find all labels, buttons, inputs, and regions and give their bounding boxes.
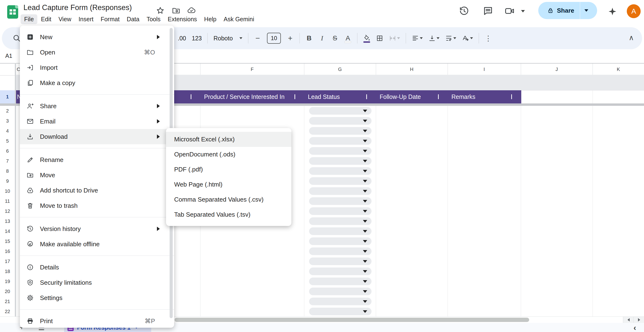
gemini-spark-icon[interactable] — [608, 7, 617, 16]
row-header-2[interactable]: 2 — [0, 106, 15, 116]
lead-status-dropdown-row-7[interactable] — [309, 157, 372, 165]
menu-item-open[interactable]: Open⌘O — [20, 45, 174, 60]
lead-status-dropdown-row-10[interactable] — [309, 187, 372, 195]
vertical-align-button[interactable] — [428, 35, 440, 42]
lead-status-dropdown-row-11[interactable] — [309, 197, 372, 205]
lead-status-dropdown-row-14[interactable] — [309, 227, 372, 235]
row-header-4[interactable]: 4 — [0, 126, 15, 136]
version-history-icon[interactable] — [459, 6, 469, 16]
chevron-down-icon[interactable] — [366, 94, 367, 99]
avatar[interactable]: A — [627, 4, 641, 18]
horizontal-align-button[interactable] — [412, 35, 423, 42]
menu-item-make-a-copy[interactable]: Make a copy — [20, 75, 174, 91]
share-caret-icon[interactable] — [584, 9, 588, 12]
row-header-11[interactable]: 11 — [0, 196, 15, 206]
download-option-opendocument-ods[interactable]: OpenDocument (.ods) — [166, 147, 292, 162]
chevron-down-icon[interactable] — [438, 94, 439, 99]
scroll-right-button[interactable] — [634, 317, 644, 323]
row-header-17[interactable]: 17 — [0, 256, 15, 267]
lead-status-dropdown-row-13[interactable] — [309, 217, 372, 225]
download-option-web-page-html[interactable]: Web Page (.html) — [166, 177, 292, 192]
more-toolbar-icon[interactable]: ⋮ — [485, 34, 492, 42]
menu-item-make-available-offline[interactable]: Make available offline — [20, 236, 174, 252]
menubar-item-insert[interactable]: Insert — [75, 14, 97, 24]
lead-status-dropdown-row-16[interactable] — [309, 247, 372, 255]
lead-status-dropdown-row-19[interactable] — [309, 278, 372, 285]
menu-item-move[interactable]: Move — [20, 167, 174, 183]
lead-status-dropdown-row-21[interactable] — [309, 298, 372, 305]
borders-icon[interactable] — [376, 35, 383, 42]
row-header-18[interactable]: 18 — [0, 266, 15, 277]
chevron-down-icon[interactable] — [511, 94, 512, 99]
menu-item-settings[interactable]: Settings — [20, 290, 174, 306]
fill-color-button[interactable] — [363, 35, 370, 42]
font-select[interactable]: Roboto — [214, 35, 242, 42]
menu-item-move-to-trash[interactable]: Move to trash — [20, 198, 174, 213]
menu-item-details[interactable]: Details — [20, 260, 174, 275]
column-header-K[interactable]: K — [592, 64, 644, 75]
row-header-1[interactable]: 1 — [0, 90, 15, 103]
lead-status-dropdown-row-6[interactable] — [309, 147, 372, 155]
lead-status-dropdown-row-5[interactable] — [309, 137, 372, 145]
decrease-decimal-icon[interactable]: .00 — [178, 35, 186, 42]
row-header-13[interactable]: 13 — [0, 216, 15, 226]
download-option-pdf-pdf[interactable]: PDF (.pdf) — [166, 162, 292, 177]
chevron-down-icon[interactable] — [191, 94, 192, 99]
menubar-item-view[interactable]: View — [55, 14, 75, 24]
row-header-22[interactable]: 22 — [0, 307, 15, 317]
menubar-item-format[interactable]: Format — [97, 14, 123, 24]
row-header-9[interactable]: 9 — [0, 176, 15, 186]
lead-status-dropdown-row-12[interactable] — [309, 207, 372, 215]
share-button[interactable]: Share — [538, 2, 597, 19]
menubar-item-tools[interactable]: Tools — [143, 14, 164, 24]
menu-item-add-shortcut-to-drive[interactable]: Add shortcut to Drive — [20, 183, 174, 198]
cloud-saved-icon[interactable] — [187, 6, 196, 15]
text-color-button[interactable]: A — [344, 34, 352, 42]
collapse-toolbar-icon[interactable]: ∧ — [629, 33, 634, 42]
row-header-12[interactable]: 12 — [0, 206, 15, 216]
row-header-5[interactable]: 5 — [0, 136, 15, 146]
download-option-tab-separated-values-tsv[interactable]: Tab Separated Values (.tsv) — [166, 207, 292, 222]
row-header-3[interactable]: 3 — [0, 116, 15, 126]
menu-item-share[interactable]: Share — [20, 98, 174, 114]
select-all-corner[interactable] — [0, 64, 15, 75]
menu-item-print[interactable]: Print⌘P — [20, 313, 174, 329]
menubar-item-ask-gemini[interactable]: Ask Gemini — [220, 14, 258, 24]
number-format-icon[interactable]: 123 — [192, 35, 202, 42]
lead-status-dropdown-row-20[interactable] — [309, 288, 372, 295]
menu-item-import[interactable]: Import — [20, 60, 174, 75]
text-wrap-button[interactable] — [445, 35, 456, 42]
row-header-10[interactable]: 10 — [0, 186, 15, 196]
menu-item-rename[interactable]: Rename — [20, 152, 174, 167]
column-header-G[interactable]: G — [304, 64, 376, 75]
menu-item-email[interactable]: Email — [20, 114, 174, 129]
increase-font-size-button[interactable]: + — [286, 34, 294, 43]
font-size-input[interactable]: 10 — [267, 33, 281, 44]
row-header-21[interactable]: 21 — [0, 296, 15, 307]
column-header-I[interactable]: I — [448, 64, 521, 75]
text-rotation-button[interactable] — [462, 35, 473, 42]
download-option-comma-separated-values-csv[interactable]: Comma Separated Values (.csv) — [166, 192, 292, 207]
row-header-20[interactable]: 20 — [0, 286, 15, 297]
video-call-caret-icon[interactable] — [521, 10, 525, 12]
lead-status-dropdown-row-9[interactable] — [309, 177, 372, 185]
chevron-down-icon[interactable] — [294, 94, 295, 99]
lead-status-dropdown-row-3[interactable] — [309, 117, 372, 125]
strikethrough-button[interactable]: S — [331, 34, 338, 42]
video-call-icon[interactable] — [504, 6, 515, 16]
menubar-item-extensions[interactable]: Extensions — [164, 14, 200, 24]
row1-plain-cells[interactable] — [521, 90, 644, 104]
menu-item-download[interactable]: Download — [20, 129, 174, 144]
menubar-item-edit[interactable]: Edit — [37, 14, 55, 24]
menu-item-new[interactable]: New — [20, 29, 174, 45]
column-header-J[interactable]: J — [521, 64, 593, 75]
menubar-item-data[interactable]: Data — [123, 14, 143, 24]
row-header-7[interactable]: 7 — [0, 156, 15, 166]
download-option-microsoft-excel-xlsx[interactable]: Microsoft Excel (.xlsx) — [166, 132, 292, 147]
bold-button[interactable]: B — [306, 34, 313, 42]
decrease-font-size-button[interactable]: − — [254, 34, 261, 43]
sheets-logo[interactable] — [7, 5, 18, 19]
menu-item-security-limitations[interactable]: Security limitations — [20, 275, 174, 290]
lead-status-dropdown-row-15[interactable] — [309, 237, 372, 245]
row-header-8[interactable]: 8 — [0, 166, 15, 176]
